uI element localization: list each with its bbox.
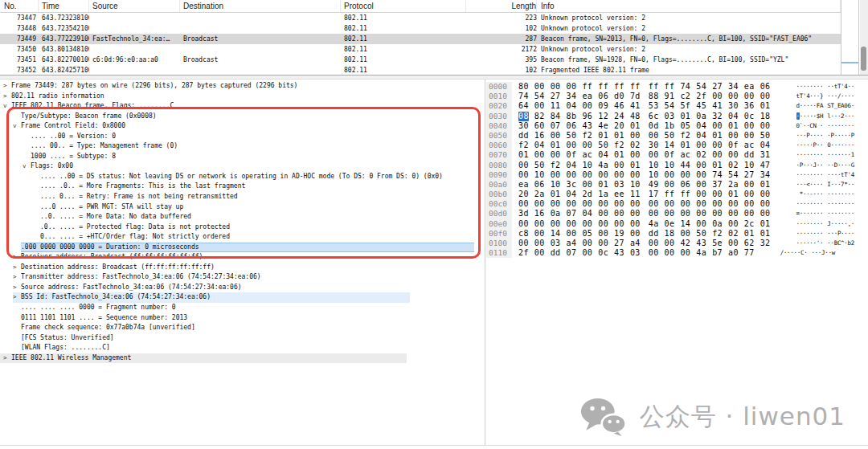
hex-byte[interactable]: 46 <box>614 101 624 111</box>
hex-byte[interactable]: 00 <box>728 92 739 101</box>
ascii-char[interactable]: H <box>820 112 823 120</box>
column-header-destination[interactable]: Destination <box>180 0 341 12</box>
hex-byte[interactable]: 00 <box>567 170 577 180</box>
hex-byte[interactable]: 00 <box>534 199 545 209</box>
hex-byte[interactable]: 4a <box>649 219 659 229</box>
hex-byte[interactable]: 27 <box>712 82 723 92</box>
hex-byte[interactable]: 00 <box>582 170 592 180</box>
hex-byte[interactable]: 00 <box>567 219 577 229</box>
hex-byte[interactable]: 2d <box>582 190 592 199</box>
hex-byte[interactable]: c8 <box>518 229 529 239</box>
hex-byte[interactable]: 5f <box>680 101 690 111</box>
hex-byte[interactable]: 05 <box>582 229 592 239</box>
hex-byte[interactable]: 30 <box>649 141 659 150</box>
hex-byte[interactable]: 4a <box>598 161 608 170</box>
hex-byte[interactable]: 00 <box>665 248 675 258</box>
tree-line[interactable]: >BSS Id: FastTechnolo_34:ea:06 (74:54:27… <box>0 292 485 303</box>
hex-byte[interactable]: ac <box>680 150 690 160</box>
hex-byte[interactable]: 03 <box>665 112 675 121</box>
hex-byte[interactable]: 00 <box>696 219 706 229</box>
hex-byte[interactable]: 08 <box>518 112 529 121</box>
collapse-arrow-icon[interactable]: > <box>13 252 21 263</box>
hex-byte[interactable]: 01 <box>680 112 690 121</box>
hex-byte[interactable]: 00 <box>630 219 641 229</box>
hex-byte[interactable]: 27 <box>614 239 624 248</box>
hex-byte[interactable]: 74 <box>680 82 690 92</box>
hex-byte[interactable]: 04 <box>534 141 545 150</box>
hex-byte[interactable]: ea <box>518 180 529 190</box>
tree-line[interactable]: .... ..00 = Version: 0 <box>0 132 485 142</box>
hex-byte[interactable]: 00 <box>534 101 545 111</box>
hex-byte[interactable]: 00 <box>630 229 641 239</box>
hex-byte[interactable]: 01 <box>614 131 624 141</box>
hex-byte[interactable]: 00 <box>551 131 561 141</box>
hex-byte[interactable]: 2f <box>518 248 529 258</box>
hex-byte[interactable]: 2a <box>534 190 545 199</box>
hex-byte[interactable]: 0a <box>696 112 706 121</box>
hex-byte[interactable]: 00 <box>551 199 561 209</box>
column-header-length[interactable]: Length <box>466 0 537 12</box>
hex-byte[interactable]: 53 <box>649 101 659 111</box>
hex-byte[interactable]: 41 <box>630 101 641 111</box>
column-header-no[interactable]: No. <box>0 0 39 12</box>
hex-byte[interactable]: 00 <box>567 229 577 239</box>
hex-byte[interactable]: 10 <box>744 161 755 170</box>
hex-byte[interactable]: 47 <box>760 161 771 170</box>
hex-byte[interactable]: 00 <box>567 141 577 150</box>
hex-byte[interactable]: a0 <box>728 248 739 258</box>
tree-line[interactable]: .... .... .... 0000 = Fragment number: 0 <box>0 303 485 313</box>
hex-byte[interactable]: 00 <box>744 92 755 101</box>
hex-byte[interactable]: 8b <box>567 112 577 121</box>
tree-line[interactable]: vIEEE 802.11 Beacon frame, Flags: ......… <box>0 101 485 112</box>
hex-byte[interactable]: 00 <box>630 150 641 160</box>
collapse-arrow-icon[interactable]: > <box>3 92 11 102</box>
hex-byte[interactable]: 01 <box>744 229 755 239</box>
tree-line[interactable]: >Frame 73449: 287 bytes on wire (2296 bi… <box>0 81 485 92</box>
hex-byte[interactable]: 00 <box>712 121 723 131</box>
hex-byte[interactable]: ff <box>680 190 690 199</box>
tree-line[interactable]: vFlags: 0x00 <box>0 161 485 172</box>
hex-byte[interactable]: 00 <box>712 199 723 209</box>
hex-byte[interactable]: 0f <box>567 150 577 160</box>
hex-byte[interactable]: 00 <box>712 150 723 160</box>
hex-byte[interactable]: 77 <box>744 248 755 258</box>
hex-byte[interactable]: 00 <box>649 199 659 209</box>
hex-byte[interactable]: 2f <box>696 92 706 101</box>
hex-byte[interactable]: a4 <box>630 239 641 248</box>
hex-byte[interactable]: 43 <box>582 121 592 131</box>
hex-byte[interactable]: 00 <box>518 239 529 248</box>
hex-byte[interactable]: f2 <box>680 131 690 141</box>
tree-line[interactable]: >Transmitter address: FastTechnolo_34:ea… <box>0 272 485 283</box>
hex-byte[interactable]: 00 <box>567 199 577 209</box>
hex-byte[interactable]: 10 <box>630 180 641 190</box>
hex-byte[interactable]: 07 <box>567 209 577 218</box>
hex-byte[interactable]: 0e <box>665 219 675 229</box>
hex-byte[interactable]: 19 <box>614 229 624 239</box>
hex-byte[interactable]: 00 <box>712 190 723 199</box>
hex-byte[interactable]: 50 <box>665 131 675 141</box>
hex-byte[interactable]: 01 <box>598 180 608 190</box>
hex-byte[interactable]: 10 <box>649 170 659 180</box>
hex-byte[interactable]: 00 <box>760 190 771 199</box>
hex-byte[interactable]: 88 <box>649 92 659 101</box>
hex-byte[interactable]: ff <box>649 82 659 92</box>
hex-byte[interactable]: 84 <box>551 112 561 121</box>
hex-byte[interactable]: 00 <box>712 209 723 218</box>
hex-byte[interactable]: 04 <box>567 101 577 111</box>
hex-byte[interactable]: ff <box>665 82 675 92</box>
hex-byte[interactable]: 00 <box>760 121 771 131</box>
hex-byte[interactable]: 04 <box>696 121 706 131</box>
hex-byte[interactable]: 1a <box>598 190 608 199</box>
hex-byte[interactable]: 01 <box>680 141 690 150</box>
packet-row[interactable]: 73450643.801348100802.112172Unknown prot… <box>0 44 841 55</box>
hex-byte[interactable]: 10 <box>551 180 561 190</box>
hex-byte[interactable]: 48 <box>630 112 641 121</box>
hex-byte[interactable]: 10 <box>649 161 659 170</box>
hex-byte[interactable]: 04 <box>760 141 771 150</box>
hex-byte[interactable]: 14 <box>551 229 561 239</box>
hex-byte[interactable]: 32 <box>712 112 723 121</box>
packet-list-minimap-scrollbar[interactable] <box>841 0 859 75</box>
hex-byte[interactable]: 00 <box>744 209 755 218</box>
hex-byte[interactable]: 00 <box>728 131 739 141</box>
hex-byte[interactable]: dd <box>649 229 659 239</box>
